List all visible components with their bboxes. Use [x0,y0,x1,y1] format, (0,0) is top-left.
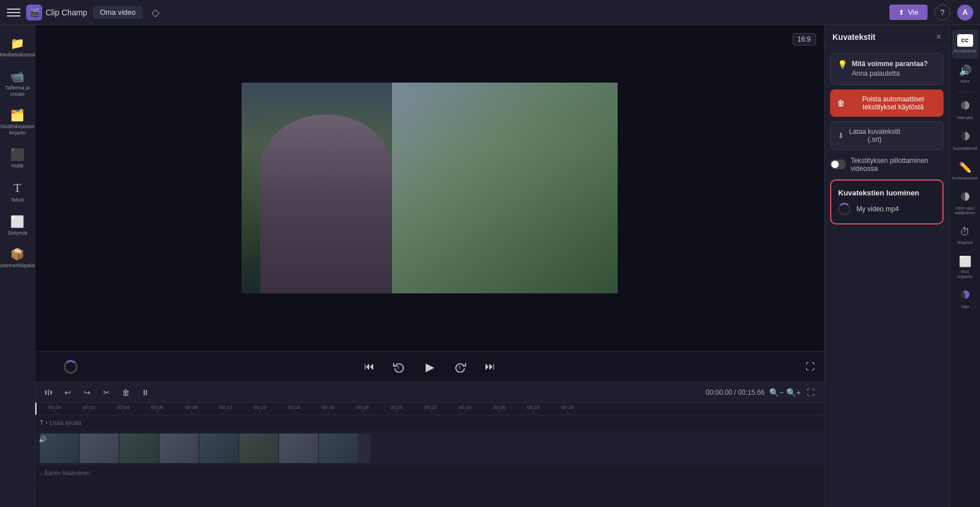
timeline-zoom: 🔍− 🔍+ ⛶ [769,385,818,400]
topbar: 🎬 Clip Champ Oma video ◇ ⬆ Vie ? A [0,0,980,25]
clip-thumbnail-6 [239,434,278,463]
upload-icon: ⬆ [899,9,904,17]
svg-text:5: 5 [459,365,461,369]
transitions-icon: ⬜ [10,215,24,228]
mark-4: 00:04 [106,404,140,414]
hide-captions-toggle[interactable] [830,160,846,169]
mark-0: 00:00 [38,404,72,414]
split-button[interactable]: ⏸ [138,385,153,400]
far-right-item-kuvatekstit[interactable]: CC Kuvatekstit [952,30,978,59]
sidebar-item-mallit[interactable]: ⬛ Mallit [3,143,32,174]
feedback-title: Mitä voimme parantaa? [852,59,928,69]
generating-card: Kuvatekstien luominen My video.mp4 [830,179,944,224]
avatar[interactable]: A [957,5,973,21]
sidebar-item-mediatiedostosi[interactable]: 📁 Mediatiedostosi [3,32,32,63]
timeline-time: 00:00.00 / 00:15.66 [706,389,765,396]
mark-26: 00:26 [482,404,516,414]
mark-14: 00:14 [277,404,311,414]
far-right-item-vari[interactable]: Väri [952,285,978,314]
app-title: Clip Champ [46,8,87,17]
folder-icon: 📁 [10,36,24,50]
sidebar-item-tuotemerkkipaketti[interactable]: 📦 Tuotemerkkipaketti [3,243,32,273]
far-right-sidebar: CC Kuvatekstit 🔊 Aäni Häivytsi Suodattim… [949,25,980,507]
add-text-label[interactable]: T + Lisää tekstiä [35,420,81,426]
delete-button[interactable]: 🗑 [119,385,133,400]
diamond-icon[interactable]: ◇ [148,5,163,20]
speed-icon: ⏱ [960,226,970,238]
clip-thumbnail-2 [80,434,119,463]
hide-captions-toggle-row: Tekstityksen piilottaminen videossa [830,154,944,175]
project-tab[interactable]: Oma video [93,6,142,19]
skip-forward-button[interactable]: ⏭ [481,358,499,376]
clip-thumbnail-4 [160,434,198,463]
right-panel-title: Kuvatekstit [832,32,875,42]
corrections-icon: ✏️ [959,161,971,174]
mark-30: 00:30 [550,404,585,414]
video-track[interactable]: 🔊 [35,431,824,465]
generating-spinner [838,203,851,215]
skip-back-button[interactable]: ⏮ [360,358,378,376]
sidebar-item-tallenna[interactable]: 📹 Tallenna jacreate [3,65,32,102]
right-panel-close-button[interactable]: × [936,32,941,42]
mark-6: 00:06 [140,404,174,414]
play-button[interactable]: ▶ [419,357,440,377]
feedback-button[interactable]: 💡 Mitä voimme parantaa? Anna palautetta [830,53,944,85]
download-icon: ⬇ [838,131,844,140]
mark-8: 00:08 [174,404,209,414]
mark-22: 00:22 [414,404,448,414]
timeline-content: 00:00 00:02 00:04 00:06 00:08 00:10 00:1… [35,403,824,507]
toggle-label: Tekstityksen piilottaminen videossa [851,157,944,173]
timeline-ruler: 00:00 00:02 00:04 00:06 00:08 00:10 00:1… [35,403,824,415]
forward-button[interactable]: 5 [451,358,469,376]
redo-button[interactable]: ↪ [80,385,95,400]
aspect-ratio-badge[interactable]: 16:9 [793,33,816,46]
progress-spinner [64,360,77,374]
logo-icon: 🎬 [26,5,42,21]
text-icon: T [14,181,21,195]
far-right-item-aani[interactable]: 🔊 Aäni [952,60,978,89]
zoom-in-button[interactable]: 🔍+ [786,385,801,400]
record-icon: 📹 [10,69,24,83]
rewind-button[interactable]: 5 [390,358,408,376]
video-clip[interactable] [40,434,370,463]
center-area: 16:9 ⏮ 5 ▶ [35,25,824,507]
undo-button[interactable]: ↩ [60,385,75,400]
far-right-item-muu-ohjaamo[interactable]: ⬜ Muu ohjaamo [952,251,978,284]
video-placeholder [242,83,618,293]
snap-button[interactable] [41,385,56,400]
far-right-item-suodattimet[interactable]: Suodattimet [952,126,978,156]
zoom-out-button[interactable]: 🔍− [769,385,784,400]
lightbulb-icon: 💡 [838,60,847,69]
far-right-item-nopeus[interactable]: ⏱ Nopeus [952,222,978,250]
zoom-fit-button[interactable]: ⛶ [803,385,818,400]
volume-indicator: 🔊 [39,434,47,444]
topbar-right: ⬆ Vie ? A [889,5,973,21]
mark-16: 00:16 [311,404,345,414]
far-right-item-varin[interactable]: Värin värinsäätäminen [952,187,978,220]
timeline-toolbar: ↩ ↪ ✂ 🗑 ⏸ 00:00.00 / 00:15.66 🔍− 🔍+ ⛶ [35,382,824,403]
right-panel: Kuvatekstit × 💡 Mitä voimme parantaa? An… [824,25,949,507]
hamburger-menu[interactable] [7,6,21,19]
download-captions-button[interactable]: ⬇ Lataa kuvatekstit(.srt) [830,121,944,150]
far-right-item-haivytsi[interactable]: Häivytsi [952,96,978,125]
video-preview: 16:9 [35,25,824,351]
timeline-body: 00:00 00:02 00:04 00:06 00:08 00:10 00:1… [35,403,824,507]
delete-icon: 🗑 [837,99,845,108]
export-button[interactable]: ⬆ Vie [889,5,928,20]
sidebar-item-siirtymat[interactable]: ⬜ Siirtymät [3,210,32,241]
mark-10: 00:10 [209,404,243,414]
sidebar-item-sisaltokirjasto[interactable]: 🗂️ Sisältökirjastonkirjasto [3,104,32,141]
color-icon [960,289,970,302]
help-button[interactable]: ? [934,5,950,21]
scene-window [392,83,618,293]
sidebar-item-teksti[interactable]: T Teksti [3,176,32,208]
right-panel-body: 💡 Mitä voimme parantaa? Anna palautetta … [824,47,949,507]
fullscreen-button[interactable]: ⛶ [806,362,815,372]
controls-icon: ⬜ [959,255,971,268]
left-sidebar: 📁 Mediatiedostosi 📹 Tallenna jacreate 🗂️… [0,25,35,507]
delete-captions-button[interactable]: 🗑 Poista automaattiset tekstitykset käyt… [830,89,944,117]
cut-button[interactable]: ✂ [99,385,114,400]
mark-28: 00:28 [516,404,550,414]
right-panel-header: Kuvatekstit × [824,25,949,47]
far-right-item-korkoaukset[interactable]: ✏️ Korkoaukset [952,157,978,186]
